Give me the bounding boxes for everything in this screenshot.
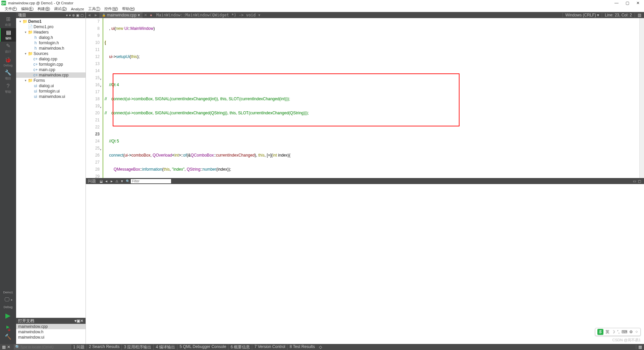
file-tab[interactable]: 🔒 mainwindow.cpp ▾ bbox=[99, 12, 143, 18]
tree-item-Headers[interactable]: ▾📁Headers bbox=[16, 30, 86, 35]
output-tab[interactable]: 1 问题 bbox=[71, 344, 87, 350]
output-tab[interactable]: 5 QML Debugger Console bbox=[177, 344, 228, 350]
activity-欢迎[interactable]: ⊞欢迎 bbox=[0, 15, 16, 28]
tree-item-Demo1.pro[interactable]: 📄Demo1.pro bbox=[16, 24, 86, 30]
line-number[interactable]: 7 bbox=[86, 18, 100, 25]
open-docs-tool-1[interactable]: ▣ bbox=[76, 318, 80, 323]
issues-right-tool-1[interactable]: ▢ bbox=[638, 179, 641, 183]
build-button[interactable]: 🔨 bbox=[3, 332, 13, 341]
output-toggle-button[interactable]: ▦ bbox=[636, 345, 644, 349]
project-tree[interactable]: ▾📁Demo1📄Demo1.pro▾📁Headershdialog.hhform… bbox=[16, 18, 86, 318]
project-tool-1[interactable]: ▾ bbox=[69, 13, 71, 17]
tree-item-formlogin.h[interactable]: hformlogin.h bbox=[16, 40, 86, 46]
line-number-gutter[interactable]: 789101112131415▾16▾171819▾202122232425▾2… bbox=[86, 18, 103, 178]
split-button[interactable]: ▥ bbox=[635, 13, 644, 17]
line-number[interactable]: 21 bbox=[86, 117, 100, 124]
line-number[interactable]: 14 bbox=[86, 67, 100, 74]
line-number[interactable]: 26 bbox=[86, 152, 100, 159]
output-tab[interactable]: 7 Version Control bbox=[252, 344, 287, 350]
nav-forward-button[interactable]: ► bbox=[93, 13, 99, 17]
tree-item-Demo1[interactable]: ▾📁Demo1 bbox=[16, 19, 86, 24]
run-button[interactable]: ▶ bbox=[4, 310, 12, 321]
locator-box[interactable]: 🔍 bbox=[14, 344, 71, 350]
line-number[interactable]: 28 bbox=[86, 166, 100, 173]
ime-settings-icon[interactable]: ⚙ bbox=[629, 330, 633, 334]
line-number[interactable]: 10 bbox=[86, 39, 100, 46]
minimize-button[interactable]: — bbox=[614, 1, 619, 5]
issues-content[interactable] bbox=[86, 184, 644, 344]
tree-item-dialog.h[interactable]: hdialog.h bbox=[16, 35, 86, 40]
run-debug-button[interactable]: ▶ 🐞 bbox=[5, 322, 11, 331]
ime-lang[interactable]: 英 bbox=[605, 329, 609, 335]
line-number[interactable]: 24 bbox=[86, 138, 100, 145]
project-tool-4[interactable]: ▢ bbox=[80, 13, 84, 17]
activity-设计[interactable]: ✎设计 bbox=[0, 42, 16, 55]
open-doc-mainwindow.h[interactable]: mainwindow.h bbox=[16, 329, 86, 335]
issues-tool-3[interactable]: ⚠ bbox=[115, 179, 118, 183]
ime-toolbar[interactable]: S 英 ☽ ʼ, ⌨ ⚙ ⁘ bbox=[595, 328, 641, 336]
maximize-button[interactable]: ▢ bbox=[625, 1, 629, 5]
line-number[interactable]: 12 bbox=[86, 53, 100, 60]
code-content[interactable]: , ui(new Ui::MainWindow) { ui->setupUi(t… bbox=[103, 18, 639, 178]
line-number[interactable]: 11 bbox=[86, 46, 100, 53]
status-left-icon-1[interactable]: ✕ bbox=[7, 345, 10, 349]
output-tab[interactable]: 4 编译输出 bbox=[153, 344, 177, 350]
ime-punct-icon[interactable]: ʼ, bbox=[617, 330, 620, 334]
cursor-position[interactable]: Line: 23, Col: 2 bbox=[602, 13, 635, 17]
output-tab[interactable]: 3 应用程序输出 bbox=[121, 344, 153, 350]
menu-D[interactable]: 调试(D) bbox=[52, 6, 69, 11]
tree-item-Forms[interactable]: ▾📁Forms bbox=[16, 78, 86, 83]
activity-帮助[interactable]: ?帮助 bbox=[0, 82, 16, 95]
output-tab[interactable]: 8 Test Results bbox=[287, 344, 317, 350]
line-number[interactable]: 29 bbox=[86, 173, 100, 178]
tabs-arrow-icon[interactable]: ◇ bbox=[317, 345, 324, 349]
activity-编辑[interactable]: ▤编辑 bbox=[0, 28, 16, 42]
activity-Debug[interactable]: 🐞Debug bbox=[0, 55, 16, 68]
code-editor[interactable]: 789101112131415▾16▾171819▾202122232425▾2… bbox=[86, 18, 644, 178]
menu-B[interactable]: 构建(B) bbox=[36, 6, 52, 11]
output-tab[interactable]: 6 概要信息 bbox=[228, 344, 252, 350]
line-number[interactable]: 27 bbox=[86, 159, 100, 166]
nav-back-button[interactable]: ◄ bbox=[86, 13, 93, 17]
line-number[interactable]: 15▾ bbox=[86, 74, 100, 81]
tree-item-dialog.cpp[interactable]: c+dialog.cpp bbox=[16, 56, 86, 62]
line-number[interactable]: 16▾ bbox=[86, 81, 100, 89]
vertical-scrollbar[interactable] bbox=[639, 18, 644, 178]
activity-项目[interactable]: 🔧项目 bbox=[0, 68, 16, 82]
line-ending-selector[interactable]: Windows (CRLF) ▾ bbox=[562, 13, 602, 17]
line-number[interactable]: 23 bbox=[86, 131, 100, 138]
ime-moon-icon[interactable]: ☽ bbox=[611, 330, 615, 334]
tree-item-mainwindow.ui[interactable]: uimainwindow.ui bbox=[16, 94, 86, 99]
project-tool-3[interactable]: ▣ bbox=[76, 13, 79, 17]
open-doc-mainwindow.ui[interactable]: mainwindow.ui bbox=[16, 335, 86, 340]
line-number[interactable]: 13 bbox=[86, 60, 100, 67]
project-tool-2[interactable]: ⊕ bbox=[72, 13, 75, 17]
menu-F[interactable]: 文件(F) bbox=[3, 6, 19, 11]
tree-item-main.cpp[interactable]: c+main.cpp bbox=[16, 67, 86, 72]
open-doc-mainwindow.cpp[interactable]: mainwindow.cpp bbox=[16, 324, 86, 329]
line-number[interactable]: 19▾ bbox=[86, 103, 100, 110]
issues-filter-input[interactable] bbox=[131, 179, 171, 183]
issues-tool-0[interactable]: ⬓ bbox=[100, 179, 103, 183]
tree-item-Sources[interactable]: ▾📁Sources bbox=[16, 51, 86, 56]
line-number[interactable]: 22 bbox=[86, 124, 100, 131]
kit-selector-icon[interactable]: 🖵 bbox=[3, 295, 11, 304]
line-number[interactable]: 18 bbox=[86, 96, 100, 103]
menu-H[interactable]: 帮助(H) bbox=[120, 6, 137, 11]
open-docs-tool-2[interactable]: ✕ bbox=[80, 318, 84, 323]
close-button[interactable]: ✕ bbox=[636, 1, 640, 5]
tree-item-formlogin.ui[interactable]: uiformlogin.ui bbox=[16, 89, 86, 94]
line-number[interactable]: 8 bbox=[86, 25, 100, 32]
tree-item-formlogin.cpp[interactable]: c+formlogin.cpp bbox=[16, 62, 86, 67]
line-number[interactable]: 20 bbox=[86, 110, 100, 117]
output-tab[interactable]: 2 Search Results bbox=[87, 344, 121, 350]
menu-E[interactable]: 编辑(E) bbox=[19, 6, 36, 11]
menu-T[interactable]: 工具(T) bbox=[86, 6, 103, 11]
project-tool-0[interactable]: ▾ bbox=[66, 13, 68, 17]
menu-Analyze[interactable]: Analyze bbox=[69, 7, 86, 11]
status-left-icon-0[interactable]: ▦ bbox=[2, 345, 6, 349]
line-number[interactable]: 25▾ bbox=[86, 145, 100, 152]
ime-keyboard-icon[interactable]: ⌨ bbox=[622, 330, 627, 334]
ime-grid-icon[interactable]: ⁘ bbox=[635, 330, 638, 334]
line-number[interactable]: 9 bbox=[86, 32, 100, 39]
